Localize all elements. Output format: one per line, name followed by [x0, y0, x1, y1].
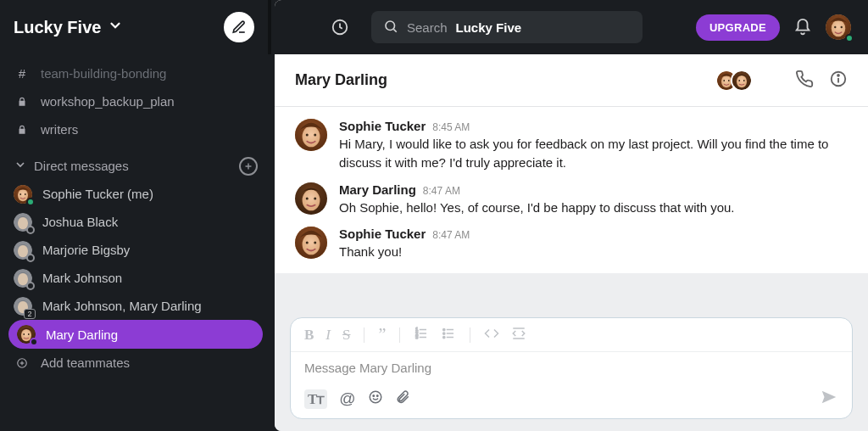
lock-icon	[14, 124, 31, 136]
message-text: Oh Sophie, hello! Yes, of course, I'd be…	[339, 199, 848, 217]
main: Search Lucky Five UPGRADE Mary Darling	[275, 0, 868, 431]
channel-label: team-building-bonding	[41, 66, 166, 81]
user-avatar[interactable]	[826, 14, 851, 40]
avatar	[17, 325, 36, 344]
message: Sophie Tucker8:45 AM Hi Mary, I would li…	[275, 114, 868, 177]
sidebar: Lucky Five # team-building-bonding works…	[0, 0, 271, 431]
dm-item[interactable]: Sophie Tucker (me)	[0, 180, 271, 208]
message: Mary Darling8:47 AM Oh Sophie, hello! Ye…	[275, 177, 868, 222]
avatar	[295, 227, 327, 259]
upgrade-button[interactable]: UPGRADE	[696, 14, 780, 41]
strike-button[interactable]: S	[342, 327, 350, 344]
plus-circle-icon	[14, 357, 31, 369]
dm-section-label: Direct messages	[34, 159, 129, 173]
message-text: Thank you!	[339, 243, 848, 261]
add-teammates-label: Add teammates	[41, 355, 130, 370]
notifications-button[interactable]	[792, 16, 814, 38]
dm-label: Sophie Tucker (me)	[42, 187, 153, 201]
svg-point-21	[837, 74, 839, 76]
channel-item[interactable]: # team-building-bonding	[0, 59, 271, 87]
avatar	[14, 241, 32, 260]
message: Sophie Tucker8:47 AM Thank you!	[275, 221, 868, 266]
info-button[interactable]	[829, 70, 848, 92]
dm-label: Mark Johnson, Mary Darling	[42, 299, 202, 313]
add-dm-button[interactable]	[239, 157, 258, 176]
compose-button[interactable]	[224, 12, 254, 42]
dm-label: Mark Johnson	[42, 271, 122, 285]
topbar: Search Lucky Five UPGRADE	[275, 0, 868, 54]
message-text: Hi Mary, I would like to ask you for fee…	[339, 135, 848, 172]
format-toggle-button[interactable]: Tᴛ	[304, 389, 327, 409]
dm-item[interactable]: Marjorie Bigsby	[0, 236, 271, 264]
send-button[interactable]	[820, 388, 838, 410]
member-avatars[interactable]	[715, 70, 753, 92]
message-author[interactable]: Mary Darling	[339, 182, 416, 197]
avatar: 2	[14, 297, 32, 316]
search-scope: Lucky Five	[456, 20, 522, 35]
workspace-switcher[interactable]: Lucky Five	[14, 18, 123, 37]
svg-point-32	[443, 333, 445, 334]
avatar	[14, 269, 32, 288]
channel-item[interactable]: workshop_backup_plan	[0, 87, 271, 115]
emoji-button[interactable]	[368, 389, 383, 408]
italic-button[interactable]: I	[326, 327, 331, 344]
workspace-name: Lucky Five	[14, 18, 101, 37]
svg-point-17	[386, 21, 395, 31]
message-time: 8:47 AM	[432, 229, 470, 241]
dm-label: Joshua Black	[42, 215, 118, 229]
dm-section-header[interactable]: Direct messages	[0, 152, 271, 180]
lock-icon	[14, 96, 31, 108]
sidebar-scroll[interactable]: # team-building-bonding workshop_backup_…	[0, 54, 271, 431]
attach-button[interactable]	[395, 389, 410, 408]
svg-point-37	[373, 395, 375, 397]
search-icon	[383, 19, 398, 36]
dm-item-active[interactable]: Mary Darling	[8, 320, 263, 349]
dm-label: Mary Darling	[46, 327, 118, 342]
dm-item[interactable]: Joshua Black	[0, 208, 271, 236]
channel-label: workshop_backup_plan	[41, 94, 175, 109]
dm-item-multi[interactable]: 2 Mark Johnson, Mary Darling	[0, 292, 271, 320]
svg-text:3: 3	[416, 334, 419, 339]
search-box[interactable]: Search Lucky Five	[371, 11, 643, 43]
ordered-list-button[interactable]: 123	[414, 326, 429, 344]
avatar	[14, 213, 32, 232]
code-button[interactable]	[484, 326, 499, 344]
dm-label: Marjorie Bigsby	[42, 243, 130, 257]
message-list[interactable]: Sophie Tucker8:45 AM Hi Mary, I would li…	[275, 107, 868, 273]
quote-button[interactable]: ”	[378, 325, 386, 344]
presence-online-icon	[26, 198, 35, 206]
workspace-header[interactable]: Lucky Five	[0, 0, 271, 54]
mention-button[interactable]: @	[339, 389, 355, 408]
history-button[interactable]	[329, 16, 351, 38]
svg-point-33	[443, 336, 445, 338]
chevron-down-icon	[14, 158, 27, 174]
call-button[interactable]	[795, 70, 814, 92]
avatar	[295, 182, 327, 215]
search-prefix: Search	[407, 20, 448, 35]
message-author[interactable]: Sophie Tucker	[339, 119, 426, 133]
message-time: 8:47 AM	[423, 185, 460, 197]
conversation-title[interactable]: Mary Darling	[295, 71, 387, 89]
bullet-list-button[interactable]	[441, 326, 456, 344]
avatar	[295, 119, 327, 151]
composer: B I S ” 123 Message Mary Darling Tᴛ	[275, 309, 868, 431]
presence-offline-icon	[26, 254, 35, 262]
message-author[interactable]: Sophie Tucker	[339, 227, 426, 241]
channel-item[interactable]: writers	[0, 115, 271, 143]
presence-offline-icon	[30, 338, 38, 346]
dm-item[interactable]: Mark Johnson	[0, 264, 271, 292]
codeblock-button[interactable]	[511, 326, 526, 344]
content: Mary Darling Sophie Tucker8:45 AM Hi Mar…	[275, 54, 868, 431]
message-time: 8:45 AM	[432, 121, 470, 133]
svg-point-38	[376, 395, 378, 397]
svg-point-36	[370, 391, 381, 403]
avatar	[14, 185, 32, 204]
svg-line-18	[393, 29, 396, 31]
bold-button[interactable]: B	[304, 327, 314, 344]
hash-icon: #	[14, 66, 31, 81]
conversation-header: Mary Darling	[275, 54, 868, 107]
message-input[interactable]: Message Mary Darling	[291, 352, 852, 383]
member-count-badge: 2	[24, 309, 36, 319]
presence-offline-icon	[26, 282, 35, 290]
add-teammates-button[interactable]: Add teammates	[0, 349, 271, 377]
